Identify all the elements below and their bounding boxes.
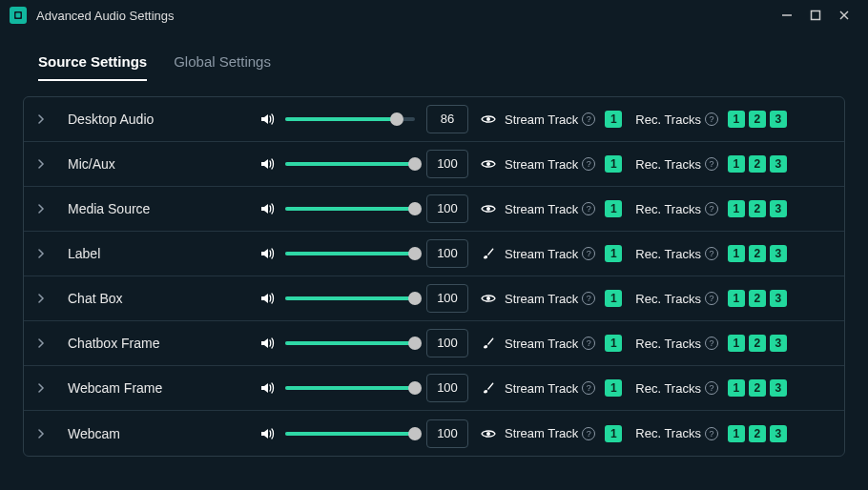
volume-slider[interactable] <box>285 341 415 345</box>
expand-chevron-icon[interactable] <box>37 114 51 124</box>
rec-track-badges: 123 <box>728 200 791 217</box>
eye-icon[interactable] <box>480 290 497 307</box>
expand-chevron-icon[interactable] <box>37 294 51 303</box>
stream-track-badges: 1 <box>605 155 626 173</box>
track-badge[interactable]: 2 <box>749 200 766 217</box>
track-badge[interactable]: 1 <box>728 335 745 352</box>
help-icon[interactable]: ? <box>705 202 718 215</box>
eye-icon[interactable] <box>480 425 497 442</box>
expand-chevron-icon[interactable] <box>37 159 51 169</box>
volume-slider[interactable] <box>285 432 415 436</box>
expand-chevron-icon[interactable] <box>37 249 51 258</box>
volume-slider[interactable] <box>285 252 415 255</box>
volume-slider[interactable] <box>285 386 415 390</box>
help-icon[interactable]: ? <box>582 112 595 126</box>
track-badge[interactable]: 2 <box>749 335 766 352</box>
help-icon[interactable]: ? <box>582 157 595 171</box>
help-icon[interactable]: ? <box>582 427 595 440</box>
source-name: Webcam <box>68 426 258 441</box>
eye-icon[interactable] <box>480 111 497 128</box>
track-badge[interactable]: 1 <box>728 425 745 442</box>
volume-slider[interactable] <box>285 207 415 211</box>
tab-source-settings[interactable]: Source Settings <box>38 53 147 81</box>
track-badge[interactable]: 3 <box>770 245 787 262</box>
track-badge[interactable]: 1 <box>605 155 622 173</box>
track-badge[interactable]: 2 <box>749 245 766 262</box>
track-badge[interactable]: 1 <box>728 245 745 262</box>
eye-icon[interactable] <box>480 155 497 173</box>
brush-icon[interactable] <box>480 335 497 352</box>
window-maximize-button[interactable] <box>801 3 830 28</box>
rec-track-badges: 123 <box>728 245 791 262</box>
window-close-button[interactable] <box>830 3 858 28</box>
volume-input[interactable]: 100 <box>426 239 468 268</box>
track-badge[interactable]: 3 <box>770 200 787 217</box>
track-badge[interactable]: 1 <box>728 200 745 217</box>
volume-input[interactable]: 100 <box>426 329 468 357</box>
track-badge[interactable]: 1 <box>605 245 622 262</box>
track-badge[interactable]: 1 <box>605 379 622 397</box>
track-badge[interactable]: 3 <box>770 335 787 352</box>
volume-slider[interactable] <box>285 296 415 300</box>
volume-input[interactable]: 100 <box>426 284 468 313</box>
track-badge[interactable]: 1 <box>728 290 745 307</box>
volume-input[interactable]: 100 <box>426 194 468 223</box>
expand-chevron-icon[interactable] <box>37 338 51 348</box>
help-icon[interactable]: ? <box>582 381 595 395</box>
volume-input[interactable]: 100 <box>426 419 468 448</box>
help-icon[interactable]: ? <box>705 381 718 395</box>
track-badge[interactable]: 3 <box>770 379 787 397</box>
track-badge[interactable]: 1 <box>728 379 745 397</box>
track-badge[interactable]: 2 <box>749 379 766 397</box>
window-minimize-button[interactable] <box>773 3 801 28</box>
help-icon[interactable]: ? <box>705 337 718 350</box>
help-icon[interactable]: ? <box>705 292 718 305</box>
expand-chevron-icon[interactable] <box>37 429 51 439</box>
volume-slider[interactable] <box>285 117 415 121</box>
speaker-icon[interactable] <box>258 290 276 307</box>
volume-input[interactable]: 86 <box>426 105 468 133</box>
track-badge[interactable]: 3 <box>770 155 787 173</box>
speaker-icon[interactable] <box>258 200 276 217</box>
volume-slider[interactable] <box>285 162 415 166</box>
expand-chevron-icon[interactable] <box>37 204 51 214</box>
volume-input[interactable]: 100 <box>426 150 468 178</box>
help-icon[interactable]: ? <box>582 337 595 350</box>
help-icon[interactable]: ? <box>705 157 718 171</box>
help-icon[interactable]: ? <box>582 247 595 260</box>
help-icon[interactable]: ? <box>705 427 718 440</box>
track-badge[interactable]: 1 <box>605 335 622 352</box>
track-badge[interactable]: 2 <box>749 111 766 128</box>
brush-icon[interactable] <box>480 245 497 262</box>
track-badge[interactable]: 1 <box>605 425 622 442</box>
eye-icon[interactable] <box>480 200 497 217</box>
tab-global-settings[interactable]: Global Settings <box>174 53 271 81</box>
brush-icon[interactable] <box>480 379 497 397</box>
track-badge[interactable]: 2 <box>749 155 766 173</box>
rec-track-badges: 123 <box>728 425 791 442</box>
help-icon[interactable]: ? <box>582 202 595 215</box>
expand-chevron-icon[interactable] <box>37 383 51 393</box>
track-badge[interactable]: 1 <box>728 155 745 173</box>
speaker-icon[interactable] <box>258 245 276 262</box>
help-icon[interactable]: ? <box>705 247 718 260</box>
volume-input[interactable]: 100 <box>426 374 468 402</box>
track-badge[interactable]: 1 <box>728 111 745 128</box>
track-badge[interactable]: 3 <box>770 111 787 128</box>
stream-track-label: Stream Track <box>505 112 578 127</box>
speaker-icon[interactable] <box>258 335 276 352</box>
help-icon[interactable]: ? <box>582 292 595 305</box>
help-icon[interactable]: ? <box>705 112 718 126</box>
track-badge[interactable]: 1 <box>605 111 622 128</box>
stream-track-badges: 1 <box>605 290 626 307</box>
track-badge[interactable]: 3 <box>770 290 787 307</box>
track-badge[interactable]: 3 <box>770 425 787 442</box>
speaker-icon[interactable] <box>258 155 276 173</box>
speaker-icon[interactable] <box>258 379 276 397</box>
track-badge[interactable]: 1 <box>605 200 622 217</box>
track-badge[interactable]: 2 <box>749 290 766 307</box>
speaker-icon[interactable] <box>258 111 276 128</box>
speaker-icon[interactable] <box>258 425 276 442</box>
track-badge[interactable]: 1 <box>605 290 622 307</box>
track-badge[interactable]: 2 <box>749 425 766 442</box>
